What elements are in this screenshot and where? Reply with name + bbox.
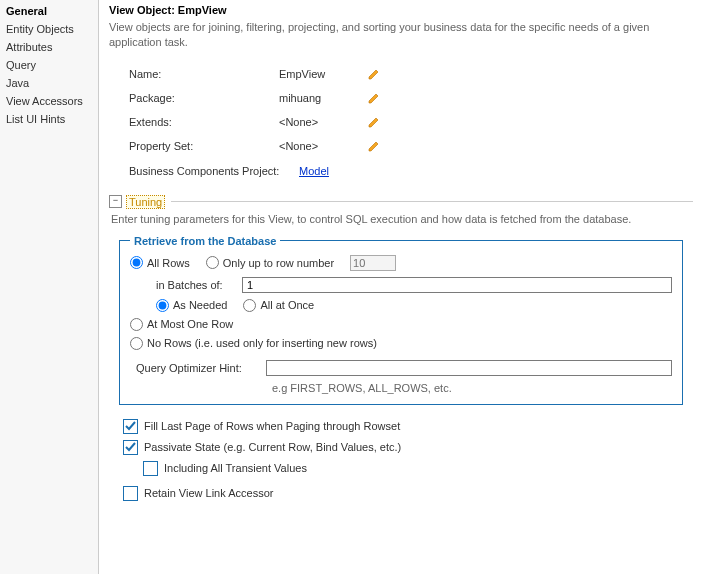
pencil-icon[interactable] (367, 115, 381, 129)
as-needed-radio[interactable]: As Needed (156, 299, 227, 312)
retrieve-fieldset: Retrieve from the Database All Rows Only… (119, 235, 683, 405)
sidebar-item-attributes[interactable]: Attributes (0, 38, 98, 56)
retain-view-link-checkbox[interactable] (123, 486, 138, 501)
sidebar-item-view-accessors[interactable]: View Accessors (0, 92, 98, 110)
all-at-once-radio[interactable]: All at Once (243, 299, 314, 312)
at-most-one-label: At Most One Row (147, 318, 233, 330)
retrieve-legend: Retrieve from the Database (130, 235, 280, 247)
extends-value: <None> (279, 116, 359, 128)
sidebar-item-list-ui-hints[interactable]: List UI Hints (0, 110, 98, 128)
sidebar-item-entity-objects[interactable]: Entity Objects (0, 20, 98, 38)
sidebar-item-query[interactable]: Query (0, 56, 98, 74)
extends-label: Extends: (109, 116, 279, 128)
bc-project-label: Business Components Project: (109, 165, 299, 177)
pencil-icon[interactable] (367, 67, 381, 81)
no-rows-label: No Rows (i.e. used only for inserting ne… (147, 337, 377, 349)
page-title: View Object: EmpView (109, 4, 693, 16)
only-up-to-radio[interactable]: Only up to row number (206, 256, 334, 269)
all-rows-label: All Rows (147, 257, 190, 269)
page-description: View objects are for joining, filtering,… (109, 20, 693, 51)
fill-last-page-label: Fill Last Page of Rows when Paging throu… (144, 420, 400, 432)
pencil-icon[interactable] (367, 139, 381, 153)
no-rows-radio[interactable]: No Rows (i.e. used only for inserting ne… (130, 337, 377, 350)
query-hint-label: Query Optimizer Hint: (130, 362, 266, 374)
batches-input[interactable] (242, 277, 672, 293)
collapse-icon[interactable]: − (109, 195, 122, 208)
including-transient-checkbox[interactable] (143, 461, 158, 476)
query-hint-example: e.g FIRST_ROWS, ALL_ROWS, etc. (272, 382, 672, 394)
only-up-to-label: Only up to row number (223, 257, 334, 269)
sidebar-item-java[interactable]: Java (0, 74, 98, 92)
sidebar-item-general[interactable]: General (0, 2, 98, 20)
package-value: mihuang (279, 92, 359, 104)
all-rows-radio[interactable]: All Rows (130, 256, 190, 269)
property-set-label: Property Set: (109, 140, 279, 152)
passivate-state-label: Passivate State (e.g. Current Row, Bind … (144, 441, 401, 453)
name-label: Name: (109, 68, 279, 80)
pencil-icon[interactable] (367, 91, 381, 105)
sidebar: General Entity Objects Attributes Query … (0, 0, 99, 574)
row-number-input[interactable] (350, 255, 396, 271)
all-at-once-label: All at Once (260, 299, 314, 311)
bc-project-link[interactable]: Model (299, 165, 329, 177)
tuning-description: Enter tuning parameters for this View, t… (111, 213, 693, 225)
main-panel: View Object: EmpView View objects are fo… (99, 0, 703, 574)
fill-last-page-checkbox[interactable] (123, 419, 138, 434)
name-value: EmpView (279, 68, 359, 80)
as-needed-label: As Needed (173, 299, 227, 311)
tuning-section-title: Tuning (126, 195, 165, 209)
package-label: Package: (109, 92, 279, 104)
retain-view-link-label: Retain View Link Accessor (144, 487, 273, 499)
passivate-state-checkbox[interactable] (123, 440, 138, 455)
including-transient-label: Including All Transient Values (164, 462, 307, 474)
at-most-one-radio[interactable]: At Most One Row (130, 318, 233, 331)
in-batches-label: in Batches of: (156, 279, 242, 291)
query-hint-input[interactable] (266, 360, 672, 376)
property-set-value: <None> (279, 140, 359, 152)
